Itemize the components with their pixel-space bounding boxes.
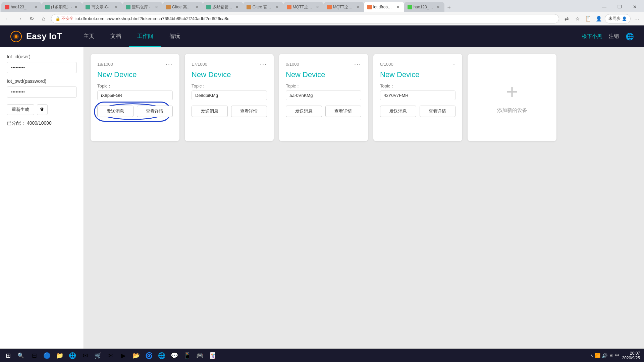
new-tab-button[interactable]: +	[444, 3, 454, 12]
taskbar-icon-13[interactable]: 📱	[181, 350, 193, 362]
regen-button[interactable]: 重新生成	[7, 104, 34, 115]
taskbar-icon-5[interactable]: ✉	[79, 350, 91, 362]
taskbar-icon-3[interactable]: 📁	[54, 350, 66, 362]
ime-icon[interactable]: 中	[615, 353, 620, 359]
view-detail-button-1[interactable]: 查看详情	[137, 106, 173, 117]
tab-favicon	[5, 5, 9, 9]
collection-icon[interactable]: 📋	[583, 14, 593, 23]
tab-close-icon[interactable]: ✕	[315, 4, 320, 10]
content-area: Iot_id(user) Iot_pwd(password) 重新生成 👁 已分…	[0, 47, 644, 349]
card-topic-label-4: Topic：	[380, 83, 455, 89]
tab-close-icon[interactable]: ✕	[436, 4, 441, 10]
nav-globe-icon[interactable]: 🌐	[626, 33, 634, 41]
taskbar-icon-8[interactable]: ▶	[117, 350, 129, 362]
home-button[interactable]: ⌂	[39, 14, 48, 23]
card-menu-icon-4[interactable]: ·	[453, 61, 455, 68]
card-menu-icon-2[interactable]: ···	[260, 61, 267, 68]
taskbar-right: ∧ 📶 🔊 🖥 中 20:07 2020/9/25	[590, 351, 643, 360]
network-icon[interactable]: 🖥	[609, 353, 613, 358]
translate-icon[interactable]: ⇄	[562, 14, 571, 23]
send-message-button-4[interactable]: 发送消息	[380, 106, 416, 117]
card-topic-input-4[interactable]	[380, 90, 455, 100]
view-detail-button-4[interactable]: 查看详情	[420, 106, 456, 117]
profile-button[interactable]: 未同步 👤	[605, 14, 631, 23]
back-button[interactable]: ←	[3, 14, 12, 23]
taskbar-icon-6[interactable]: 🛒	[92, 350, 104, 362]
tab-hao123-2[interactable]: hao123_… ✕	[404, 2, 444, 12]
card-menu-icon-1[interactable]: ···	[166, 61, 173, 68]
tab-repo[interactable]: 源码仓库 - ✕	[122, 2, 163, 12]
tab-hao123-1[interactable]: hao123_ ✕	[1, 2, 42, 12]
url-bar[interactable]: 🔓 不安全 iot.dfrobot.com.cn/workshop.html?t…	[51, 14, 559, 23]
chevron-up-icon[interactable]: ∧	[590, 353, 593, 358]
card-topic-label-3: Topic：	[286, 83, 361, 89]
taskbar-icon-1[interactable]: ⊟	[28, 350, 40, 362]
star-icon[interactable]: ☆	[573, 14, 582, 23]
nav-link-workshop[interactable]: 工作间	[129, 25, 161, 47]
tab-close-icon[interactable]: ✕	[355, 4, 361, 10]
card-header-2: 17/1000 ···	[192, 61, 267, 68]
tab-close-icon[interactable]: ✕	[33, 4, 38, 10]
tab-gitee2[interactable]: Gitee 官… ✕	[243, 2, 283, 12]
nav-link-play[interactable]: 智玩	[161, 25, 188, 47]
device-card-4: 0/1000 · New Device Topic： 发送消息 查看详情	[373, 54, 462, 141]
card-menu-icon-3[interactable]: ···	[354, 61, 361, 68]
tab-close-icon[interactable]: ✕	[395, 4, 401, 10]
taskbar-icon-11[interactable]: 🌐	[156, 350, 168, 362]
tab-close-icon[interactable]: ✕	[275, 4, 280, 10]
browser-chrome: hao123_ ✕ (1条消息）- ✕ 写文章-C- ✕ 源码仓库 - ✕ Gi…	[0, 0, 644, 362]
tab-close-icon[interactable]: ✕	[234, 4, 240, 10]
minimize-button[interactable]: —	[596, 1, 612, 12]
taskbar-icon-12[interactable]: 💬	[168, 350, 180, 362]
card-topic-input-1[interactable]	[97, 90, 173, 100]
tab-close-icon[interactable]: ✕	[114, 4, 119, 10]
nav-link-home[interactable]: 主页	[75, 25, 102, 47]
add-device-card[interactable]: + 添加新的设备	[468, 54, 556, 141]
nav-link-docs[interactable]: 文档	[102, 25, 129, 47]
tab-close-icon[interactable]: ✕	[154, 4, 159, 10]
add-device-label: 添加新的设备	[497, 107, 527, 114]
tab-gitee1[interactable]: Gitee 高… ✕	[163, 2, 203, 12]
iot-id-input[interactable]	[7, 62, 77, 73]
taskbar-icon-7[interactable]: ✂	[105, 350, 117, 362]
taskbar-icon-2[interactable]: 🔵	[41, 350, 53, 362]
nav-logout[interactable]: 注销	[609, 33, 619, 40]
tab-mqtt2[interactable]: MQTT之… ✕	[324, 2, 364, 12]
tab-iot[interactable]: iot.dfrob… ✕	[364, 2, 404, 12]
send-message-button-3[interactable]: 发送消息	[286, 106, 322, 117]
tab-msg[interactable]: (1条消息）- ✕	[42, 2, 82, 12]
window-controls: — ❐ ✕	[596, 1, 644, 12]
eye-button[interactable]: 👁	[37, 104, 48, 115]
taskbar-search-icon[interactable]: 🔍	[15, 350, 27, 362]
send-message-button-2[interactable]: 发送消息	[192, 106, 228, 117]
account-icon[interactable]: 👤	[594, 14, 603, 23]
volume-icon[interactable]: 🔊	[602, 353, 607, 358]
taskbar-time: 20:07 2020/9/25	[622, 351, 640, 360]
close-button[interactable]: ✕	[627, 1, 643, 12]
taskbar-icon-14[interactable]: 🎮	[194, 350, 206, 362]
profile-avatar-icon: 👤	[622, 16, 627, 21]
nav-user[interactable]: 楼下小黑	[582, 33, 602, 40]
reload-button[interactable]: ↻	[27, 14, 36, 23]
restore-button[interactable]: ❐	[612, 1, 627, 12]
taskbar-icon-10[interactable]: 🌀	[143, 350, 155, 362]
card-topic-input-2[interactable]	[192, 90, 267, 100]
iot-pwd-input[interactable]	[7, 86, 77, 98]
taskbar-icon-15[interactable]: 🃏	[207, 350, 219, 362]
view-detail-button-2[interactable]: 查看详情	[231, 106, 267, 117]
tab-email[interactable]: 多邮箱管… ✕	[203, 2, 243, 12]
card-title-3: New Device	[286, 70, 361, 79]
taskbar-icon-9[interactable]: 📂	[130, 350, 142, 362]
more-icon[interactable]: ⋯	[632, 14, 641, 23]
start-button[interactable]: ⊞	[1, 349, 15, 362]
view-detail-button-3[interactable]: 查看详情	[325, 106, 362, 117]
tab-write[interactable]: 写文章-C- ✕	[82, 2, 122, 12]
card-topic-input-3[interactable]	[286, 90, 361, 100]
tab-close-icon[interactable]: ✕	[73, 4, 79, 10]
wifi-icon[interactable]: 📶	[595, 353, 600, 358]
taskbar-icon-4[interactable]: 🌐	[66, 350, 78, 362]
forward-button[interactable]: →	[15, 14, 24, 23]
tab-close-icon[interactable]: ✕	[194, 4, 200, 10]
send-message-button-1[interactable]: 发送消息	[97, 106, 133, 117]
tab-mqtt1[interactable]: MQTT之… ✕	[283, 2, 324, 12]
